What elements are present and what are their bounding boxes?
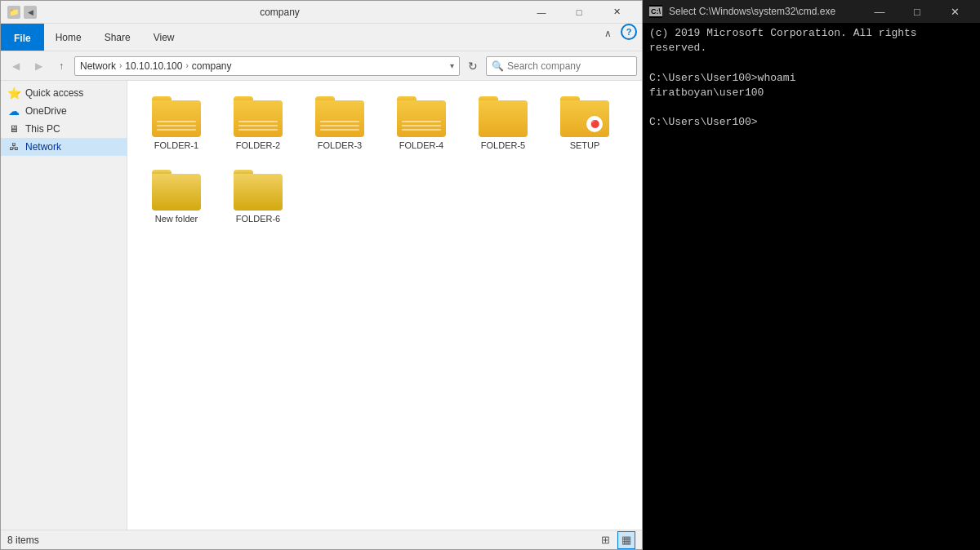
address-bar: ◀ ▶ ↑ Network › 10.10.10.100 › company ▾…	[1, 51, 642, 81]
sidebar-label-network: Network	[25, 141, 61, 153]
content-area: FOLDER-1 FOLDER-2	[127, 81, 642, 530]
cmd-close-button[interactable]: ✕	[936, 0, 973, 23]
back-button[interactable]: ◀	[6, 56, 25, 76]
sidebar-item-network[interactable]: 🖧 Network	[1, 138, 127, 156]
network-icon: 🖧	[7, 140, 20, 153]
cmd-content[interactable]: (c) 2019 Microsoft Corporation. All righ…	[643, 23, 980, 550]
folder-name-new: New folder	[155, 214, 198, 224]
status-bar: 8 items ⊞ ▦	[1, 530, 642, 549]
folder-icon-setup: 🔴	[560, 96, 609, 137]
cmd-minimize-button[interactable]: —	[861, 0, 898, 23]
title-bar-buttons: — □ ✕	[523, 1, 635, 24]
view-toggle-icons: ⊞ ▦	[596, 531, 635, 549]
folder-icon-4	[397, 96, 446, 137]
folder-icon-6	[234, 170, 283, 211]
search-input[interactable]	[507, 60, 631, 72]
up-button[interactable]: ↑	[51, 56, 71, 76]
cmd-title-text: Select C:\Windows\system32\cmd.exe	[669, 6, 854, 17]
sidebar-item-onedrive[interactable]: ☁ OneDrive	[1, 102, 127, 120]
cmd-icon: C:\	[649, 5, 662, 18]
path-sep-1: ›	[119, 61, 122, 70]
folder-name-5: FOLDER-5	[481, 140, 525, 150]
folder-item-6[interactable]: FOLDER-6	[217, 162, 299, 236]
explorer-title-bar: 📁 ◀ company — □ ✕	[1, 1, 642, 24]
search-icon: 🔍	[492, 60, 504, 72]
sidebar: ⭐ Quick access ☁ OneDrive 🖥 This PC 🖧 Ne…	[1, 81, 127, 530]
sidebar-label-onedrive: OneDrive	[25, 105, 67, 117]
minimize-button[interactable]: —	[523, 1, 560, 24]
tab-file[interactable]: File	[1, 24, 44, 51]
quick-access-toolbar-pin[interactable]: ◀	[24, 6, 37, 19]
file-explorer: 📁 ◀ company — □ ✕ File Home Share View ∧…	[0, 0, 643, 550]
folder-item-new[interactable]: New folder	[136, 162, 217, 236]
folder-item-4[interactable]: FOLDER-4	[381, 89, 462, 162]
folder-item-5[interactable]: FOLDER-5	[462, 89, 544, 162]
tab-home[interactable]: Home	[44, 24, 93, 51]
search-box[interactable]: 🔍	[486, 56, 637, 76]
folder-icon-5	[479, 96, 528, 137]
folder-icon-2	[234, 96, 283, 137]
ribbon: File Home Share View ∧ ?	[1, 24, 642, 51]
folder-icon-new	[152, 170, 201, 211]
close-button[interactable]: ✕	[598, 1, 635, 24]
sidebar-label-quick-access: Quick access	[25, 87, 83, 99]
folder-icon-1	[152, 96, 201, 137]
folder-name-1: FOLDER-1	[154, 140, 198, 150]
details-view-button[interactable]: ⊞	[596, 531, 614, 549]
cmd-line-0: C:\Users\User100>whoami	[649, 71, 973, 86]
sidebar-item-quick-access[interactable]: ⭐ Quick access	[1, 84, 127, 102]
cmd-title-bar: C:\ Select C:\Windows\system32\cmd.exe —…	[643, 0, 980, 23]
path-dropdown-icon: ▾	[450, 61, 454, 70]
folder-name-3: FOLDER-3	[318, 140, 362, 150]
maximize-button[interactable]: □	[560, 1, 598, 24]
path-network[interactable]: Network	[80, 60, 116, 72]
title-bar-icon: 📁	[7, 6, 20, 19]
folder-item-3[interactable]: FOLDER-3	[299, 89, 381, 162]
cmd-title-buttons: — □ ✕	[861, 0, 973, 23]
quick-access-icon: ⭐	[7, 86, 20, 100]
cmd-line-1: firatboyan\user100	[649, 86, 973, 100]
window-title: company	[37, 7, 523, 18]
help-button[interactable]: ?	[621, 24, 637, 40]
cmd-line-3: C:\Users\User100>	[649, 115, 973, 130]
forward-button[interactable]: ▶	[29, 56, 48, 76]
cmd-copyright: (c) 2019 Microsoft Corporation. All righ…	[649, 26, 973, 55]
path-ip[interactable]: 10.10.10.100	[125, 60, 182, 72]
tab-view[interactable]: View	[142, 24, 186, 51]
cmd-maximize-button[interactable]: □	[898, 0, 936, 23]
folder-name-2: FOLDER-2	[236, 140, 280, 150]
folder-name-4: FOLDER-4	[399, 140, 443, 150]
item-count: 8 items	[7, 534, 39, 546]
folder-item-setup[interactable]: 🔴 SETUP	[544, 89, 626, 162]
sidebar-item-this-pc[interactable]: 🖥 This PC	[1, 120, 127, 138]
address-path[interactable]: Network › 10.10.10.100 › company ▾	[74, 56, 460, 76]
folder-item-1[interactable]: FOLDER-1	[136, 89, 217, 162]
this-pc-icon: 🖥	[7, 122, 20, 135]
onedrive-icon: ☁	[7, 104, 20, 118]
path-company[interactable]: company	[192, 60, 232, 72]
cmd-window: C:\ Select C:\Windows\system32\cmd.exe —…	[643, 0, 980, 550]
title-bar-controls: 📁 ◀	[7, 6, 37, 19]
sidebar-label-this-pc: This PC	[25, 123, 60, 135]
folder-item-2[interactable]: FOLDER-2	[217, 89, 299, 162]
folder-name-6: FOLDER-6	[236, 214, 280, 224]
path-sep-2: ›	[185, 61, 188, 70]
folder-icon-3	[315, 96, 364, 137]
tab-share[interactable]: Share	[93, 24, 142, 51]
large-icon-view-button[interactable]: ▦	[617, 531, 635, 549]
ribbon-collapse-button[interactable]: ∧	[598, 24, 617, 43]
refresh-button[interactable]: ↻	[463, 56, 483, 76]
setup-emblem: 🔴	[586, 116, 603, 132]
main-area: ⭐ Quick access ☁ OneDrive 🖥 This PC 🖧 Ne…	[1, 81, 642, 530]
folder-name-setup: SETUP	[570, 140, 600, 150]
